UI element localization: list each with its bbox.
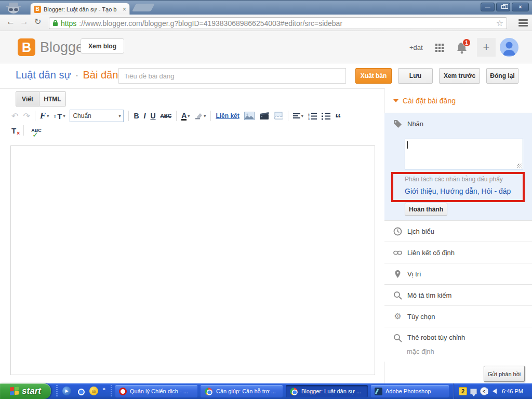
labels-hint-text: Phân tách các nhãn bằng dấu phẩy bbox=[405, 176, 503, 183]
avatar[interactable] bbox=[500, 38, 518, 57]
taskbar-item-chrome-blogger[interactable]: Blogger: Luật dân sự ... bbox=[286, 385, 368, 397]
collapse-triangle-icon bbox=[393, 99, 398, 102]
post-title-input[interactable] bbox=[118, 68, 346, 84]
sidebar-item-schedule[interactable]: Lịch biểu bbox=[384, 220, 532, 242]
save-button[interactable]: Lưu bbox=[398, 68, 433, 84]
chrome-icon bbox=[205, 388, 212, 395]
reload-button[interactable]: ↻ bbox=[34, 17, 41, 26]
yahoo-messenger-icon[interactable]: ☺ bbox=[89, 387, 98, 395]
clear-formatting-button[interactable]: T× bbox=[11, 126, 16, 135]
alignment-button[interactable]: ▾ bbox=[293, 113, 303, 118]
labels-input[interactable] bbox=[405, 139, 523, 169]
done-button[interactable]: Hoàn thành bbox=[405, 203, 447, 216]
start-button[interactable]: start bbox=[0, 383, 51, 399]
text-color-button[interactable]: A▾ bbox=[181, 112, 190, 121]
page-type-label: Bài đăng bbox=[83, 69, 124, 81]
sidebar-item-label: Tùy chọn bbox=[407, 313, 435, 321]
blockquote-button[interactable]: “ bbox=[335, 111, 341, 121]
new-tab-button[interactable] bbox=[132, 4, 155, 11]
sidebar-item-label: Thẻ robot tùy chỉnh bbox=[407, 334, 465, 341]
link-icon bbox=[393, 248, 402, 257]
send-feedback-button[interactable]: Gửi phản hồi bbox=[484, 366, 525, 382]
redo-button[interactable]: ↷ bbox=[23, 111, 30, 121]
insert-video-icon[interactable] bbox=[259, 112, 269, 120]
back-button[interactable]: ← bbox=[6, 17, 15, 27]
window-restore-button[interactable] bbox=[496, 3, 510, 11]
account-label[interactable]: +dat bbox=[409, 44, 423, 51]
quick-launch-chevron-icon[interactable]: » bbox=[102, 385, 105, 392]
sidebar-item-search-description[interactable]: Mô tả tìm kiếm bbox=[384, 284, 532, 305]
blogger-logo-icon[interactable]: B bbox=[18, 38, 35, 56]
sidebar-item-label: Liên kết cố định bbox=[407, 249, 455, 257]
insert-link-button[interactable]: Liên kết bbox=[216, 112, 239, 119]
publish-button[interactable]: Xuất bản bbox=[355, 68, 392, 84]
add-button[interactable]: + bbox=[477, 38, 496, 57]
taskbar-item-label: Cần giúp: Cần hỗ trợ ... bbox=[216, 388, 276, 394]
formatting-toolbar-row2: T× ABC✓ bbox=[11, 124, 115, 137]
view-blog-button[interactable]: Xem blog bbox=[81, 38, 124, 54]
spellcheck-button[interactable]: ABC✓ bbox=[31, 128, 42, 133]
italic-button[interactable]: I bbox=[144, 112, 146, 120]
resize-grip-icon[interactable] bbox=[517, 164, 522, 168]
font-family-button[interactable]: F▾ bbox=[40, 111, 49, 121]
text-cursor bbox=[407, 141, 408, 149]
media-player-icon[interactable]: ▶ bbox=[62, 387, 71, 395]
chevron-down-icon: ▾ bbox=[188, 114, 190, 118]
eraser-icon bbox=[194, 112, 203, 119]
insert-image-icon[interactable] bbox=[244, 112, 255, 120]
browser-tab[interactable]: B Blogger: Luật dân sự - Tạo b × bbox=[30, 3, 130, 15]
undo-button[interactable]: ↶ bbox=[11, 111, 18, 121]
sidebar-item-permalink[interactable]: Liên kết cố định bbox=[384, 242, 532, 263]
bullet-list-icon[interactable] bbox=[322, 112, 330, 120]
sidebar-item-location[interactable]: Vị trí bbox=[384, 263, 532, 284]
taskbar-item-photoshop[interactable]: Adobe Photoshop bbox=[371, 385, 449, 397]
avatar-person-icon bbox=[500, 38, 518, 57]
taskbar-item-label: Blogger: Luật dân sự ... bbox=[301, 388, 361, 394]
windows-flag-icon bbox=[10, 387, 19, 395]
divider bbox=[128, 111, 129, 121]
blogger-favicon-icon: B bbox=[34, 6, 41, 13]
address-bar[interactable]: https ://www.blogger.com/blogger.g?blogI… bbox=[49, 17, 507, 29]
taskbar-item-opera[interactable]: Quản lý Chiến dịch - ... bbox=[115, 385, 197, 397]
strikethrough-button[interactable]: ABC bbox=[161, 113, 172, 119]
opera-icon bbox=[119, 388, 127, 395]
sidebar-heading[interactable]: Cài đặt bài đăng bbox=[393, 97, 456, 105]
forward-button[interactable]: → bbox=[20, 17, 29, 27]
keyboard-layout-icon[interactable]: 2 bbox=[459, 387, 467, 395]
search-icon bbox=[393, 334, 402, 342]
tab-close-icon[interactable]: × bbox=[123, 6, 126, 13]
highlight-color-button[interactable]: ▾ bbox=[194, 112, 206, 119]
sidebar-item-labels[interactable]: Nhãn bbox=[393, 119, 423, 128]
display-settings-icon[interactable] bbox=[470, 389, 477, 394]
font-size-button[interactable]: тT▾ bbox=[54, 112, 65, 121]
label-suggestion-links[interactable]: Giới thiệu, Hướng dẫn, Hỏi - đáp bbox=[405, 187, 511, 195]
window-minimize-button[interactable]: — bbox=[481, 3, 495, 11]
volume-icon[interactable] bbox=[493, 389, 497, 394]
chevron-down-icon: ▾ bbox=[118, 114, 121, 118]
sidebar-item-custom-robots[interactable]: Thẻ robot tùy chỉnh bbox=[384, 327, 532, 362]
blog-name-link[interactable]: Luật dân sự bbox=[16, 69, 71, 81]
browser-menu-icon[interactable] bbox=[518, 19, 528, 26]
close-post-button[interactable]: Đóng lại bbox=[486, 68, 518, 84]
url-scheme: https bbox=[61, 19, 76, 28]
taskbar-clock[interactable]: 6:46 PM bbox=[502, 388, 523, 394]
window-close-button[interactable]: × bbox=[512, 3, 529, 11]
tab-title: Blogger: Luật dân sự - Tạo b bbox=[44, 6, 120, 12]
labels-item-label: Nhãn bbox=[407, 120, 423, 128]
bookmark-star-icon[interactable]: ☆ bbox=[496, 18, 503, 28]
page-break-icon[interactable] bbox=[274, 112, 283, 120]
taskbar-item-chrome-help[interactable]: Cần giúp: Cần hỗ trợ ... bbox=[201, 385, 283, 397]
tab-compose[interactable]: Viết bbox=[16, 91, 39, 107]
apps-grid-icon[interactable] bbox=[435, 44, 444, 52]
system-tray: 2 < 6:46 PM bbox=[453, 383, 532, 399]
paragraph-style-select[interactable]: Chuẩn▾ bbox=[70, 110, 124, 122]
sidebar-item-options[interactable]: ⚙ Tùy chọn bbox=[384, 305, 532, 327]
check-icon: ✓ bbox=[32, 130, 38, 139]
post-body-editor[interactable] bbox=[10, 145, 375, 375]
underline-button[interactable]: U bbox=[150, 112, 155, 120]
browser-titlebar: B Blogger: Luật dân sự - Tạo b × — × bbox=[0, 0, 532, 15]
preview-button[interactable]: Xem trước bbox=[439, 68, 480, 84]
bold-button[interactable]: B bbox=[134, 112, 139, 120]
numbered-list-icon[interactable]: 123 bbox=[308, 112, 317, 120]
tab-html[interactable]: HTML bbox=[39, 91, 66, 107]
